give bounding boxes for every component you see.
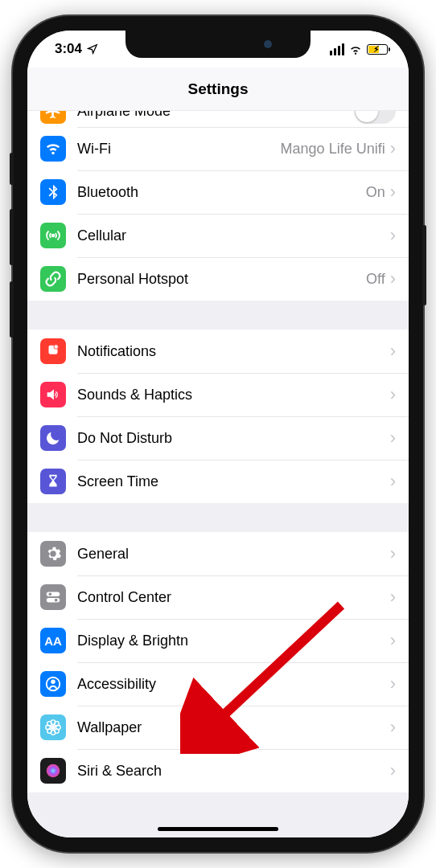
chevron-right-icon: › — [390, 429, 396, 447]
svg-rect-3 — [47, 592, 60, 597]
svg-point-9 — [51, 726, 56, 730]
settings-row-sounds[interactable]: Sounds & Haptics› — [27, 373, 409, 416]
device-frame: 3:04 ⚡︎ Settings Airplane ModeWi-FiMango… — [13, 16, 423, 852]
svg-point-0 — [52, 235, 55, 237]
svg-point-4 — [49, 593, 52, 596]
svg-point-6 — [55, 599, 58, 602]
svg-point-18 — [47, 764, 60, 778]
person-circle-icon — [40, 671, 66, 697]
settings-row-screen-time[interactable]: Screen Time› — [27, 460, 409, 503]
chevron-right-icon: › — [390, 473, 396, 490]
settings-list[interactable]: Airplane ModeWi-FiMango Life Unifi›Bluet… — [27, 111, 409, 837]
link-icon — [40, 266, 66, 292]
page-title: Settings — [188, 80, 249, 98]
location-icon — [87, 43, 98, 55]
row-label: Accessibility — [77, 676, 390, 693]
row-label: Personal Hotspot — [77, 271, 366, 288]
side-button — [10, 153, 14, 185]
row-label: Sounds & Haptics — [77, 387, 390, 403]
antenna-icon — [40, 223, 66, 248]
row-label: Do Not Disturb — [77, 430, 390, 447]
wifi-status-icon — [348, 43, 363, 55]
row-label: Control Center — [77, 589, 390, 606]
screen: 3:04 ⚡︎ Settings Airplane ModeWi-FiMango… — [27, 31, 409, 837]
settings-group: Airplane ModeWi-FiMango Life Unifi›Bluet… — [27, 111, 409, 301]
switches-icon — [40, 584, 66, 610]
settings-row-control-center[interactable]: Control Center› — [27, 575, 409, 619]
settings-row-wallpaper[interactable]: Wallpaper› — [27, 706, 409, 749]
row-label: General — [77, 546, 390, 563]
bell-icon — [40, 338, 66, 364]
settings-row-cellular[interactable]: Cellular› — [27, 214, 409, 257]
svg-point-2 — [54, 345, 59, 350]
row-value: Mango Life Unifi — [281, 141, 385, 158]
volume-up-button — [10, 209, 14, 265]
volume-down-button — [10, 281, 14, 338]
siri-icon — [40, 758, 66, 784]
chevron-right-icon: › — [390, 140, 396, 158]
row-value: Off — [366, 271, 385, 288]
toggle-switch[interactable] — [354, 111, 396, 124]
chevron-right-icon: › — [390, 227, 396, 244]
chevron-right-icon: › — [390, 545, 396, 563]
settings-row-airplane-mode[interactable]: Airplane Mode — [27, 111, 409, 127]
battery-icon: ⚡︎ — [367, 44, 388, 55]
row-label: Wallpaper — [77, 719, 390, 736]
settings-row-display[interactable]: AADisplay & Brightn› — [27, 619, 409, 662]
row-label: Bluetooth — [77, 184, 366, 201]
svg-rect-5 — [47, 598, 60, 603]
notch — [125, 31, 311, 58]
status-time: 3:04 — [55, 41, 82, 57]
row-label: Notifications — [77, 343, 390, 360]
chevron-right-icon: › — [390, 588, 396, 606]
aa-icon: AA — [40, 628, 66, 653]
settings-row-bluetooth[interactable]: BluetoothOn› — [27, 170, 409, 214]
chevron-right-icon: › — [390, 342, 396, 360]
chevron-right-icon: › — [390, 632, 396, 649]
nav-bar: Settings — [27, 68, 409, 111]
airplane-icon — [40, 111, 66, 124]
settings-row-siri[interactable]: Siri & Search› — [27, 749, 409, 792]
settings-row-wifi[interactable]: Wi-FiMango Life Unifi› — [27, 127, 409, 170]
flower-icon — [40, 714, 66, 740]
bluetooth-icon — [40, 179, 66, 205]
settings-row-notifications[interactable]: Notifications› — [27, 330, 409, 373]
row-label: Wi-Fi — [77, 141, 281, 158]
cellular-signal-icon — [330, 43, 344, 55]
row-label: Display & Brightn — [77, 633, 390, 649]
row-label: Screen Time — [77, 473, 390, 490]
chevron-right-icon: › — [390, 183, 396, 201]
chevron-right-icon: › — [390, 386, 396, 403]
settings-row-general[interactable]: General› — [27, 532, 409, 575]
speaker-icon — [40, 382, 66, 407]
chevron-right-icon: › — [390, 270, 396, 288]
hourglass-icon — [40, 469, 66, 494]
chevron-right-icon: › — [390, 675, 396, 693]
row-value: On — [366, 184, 385, 201]
home-indicator[interactable] — [158, 827, 278, 831]
power-button — [422, 225, 426, 305]
row-label: Siri & Search — [77, 763, 390, 780]
moon-icon — [40, 425, 66, 451]
settings-group: General›Control Center›AADisplay & Brigh… — [27, 532, 409, 792]
settings-row-dnd[interactable]: Do Not Disturb› — [27, 416, 409, 460]
svg-point-8 — [51, 680, 55, 683]
row-label: Airplane Mode — [77, 111, 354, 120]
settings-row-accessibility[interactable]: Accessibility› — [27, 662, 409, 706]
gear-icon — [40, 541, 66, 567]
chevron-right-icon: › — [390, 762, 396, 780]
settings-group: Notifications›Sounds & Haptics›Do Not Di… — [27, 330, 409, 503]
chevron-right-icon: › — [390, 719, 396, 736]
row-label: Cellular — [77, 227, 390, 244]
wifi-icon — [40, 136, 66, 162]
settings-row-hotspot[interactable]: Personal HotspotOff› — [27, 257, 409, 301]
